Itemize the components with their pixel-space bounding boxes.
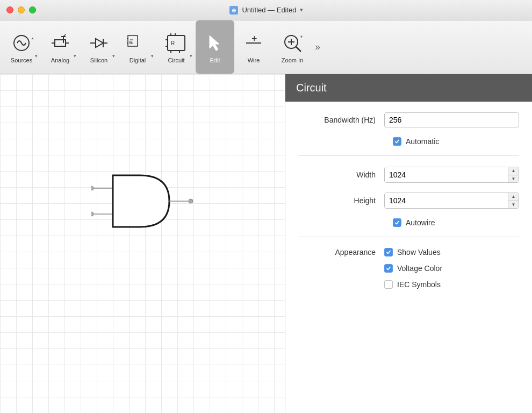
automatic-row: Automatic [298, 137, 519, 146]
circuit-label: Circuit [168, 57, 184, 63]
checkmark-icon-4 [386, 266, 391, 271]
svg-point-41 [91, 212, 94, 216]
silicon-chevron: ▾ [112, 53, 115, 59]
maximize-button[interactable] [29, 6, 36, 13]
height-increment-button[interactable]: ▲ [508, 193, 519, 201]
autowire-label: Autowire [406, 218, 435, 227]
toolbar-item-silicon[interactable]: Silicon ▾ [80, 20, 118, 74]
canvas-area[interactable] [0, 74, 285, 413]
svg-text:⊕: ⊕ [232, 8, 236, 13]
height-decrement-button[interactable]: ▼ [508, 201, 519, 209]
appearance-label: Appearance [298, 248, 384, 257]
toolbar: ∿ Sources ▾ Analog ▾ [0, 20, 532, 74]
autowire-checkbox-wrap[interactable]: Autowire [393, 218, 435, 227]
svg-text:+: + [300, 34, 303, 40]
bandwidth-label: Bandwidth (Hz) [298, 116, 384, 124]
divider-2 [298, 237, 519, 237]
width-row: Width ▲ ▼ [298, 167, 519, 183]
toolbar-item-zoomin[interactable]: + Zoom In [273, 20, 312, 74]
sources-icon: ∿ [10, 31, 33, 55]
iec-symbols-checkbox[interactable] [384, 280, 393, 289]
close-button[interactable] [6, 6, 13, 13]
voltage-color-label: Voltage Color [397, 264, 442, 273]
main-area: Circuit Bandwidth (Hz) Automatic [0, 74, 532, 413]
autowire-row: Autowire [298, 218, 519, 227]
voltage-color-checkbox[interactable] [384, 264, 393, 273]
bandwidth-input[interactable] [384, 112, 519, 127]
toolbar-item-analog[interactable]: Analog ▾ [41, 20, 80, 74]
silicon-label: Silicon [90, 57, 107, 63]
autowire-checkbox[interactable] [393, 218, 401, 227]
wire-icon: + [242, 31, 265, 55]
toolbar-more-button[interactable]: » [312, 20, 323, 74]
panel-body: Bandwidth (Hz) Automatic Width [285, 102, 532, 413]
and-gate [91, 160, 199, 248]
automatic-checkbox-wrap[interactable]: Automatic [393, 137, 439, 146]
iec-symbols-row: IEC Symbols [298, 280, 519, 289]
show-values-label: Show Values [397, 248, 441, 257]
iec-symbols-label: IEC Symbols [397, 280, 441, 289]
show-values-checkbox-wrap[interactable]: Show Values [384, 248, 441, 257]
silicon-icon [87, 31, 111, 55]
sources-label: Sources [11, 57, 32, 63]
checkmark-icon-2 [394, 220, 400, 225]
window-title: ⊕ Untitled — Edited ▾ [229, 5, 303, 15]
bandwidth-row: Bandwidth (Hz) [298, 112, 519, 127]
wire-label: Wire [248, 57, 260, 63]
toolbar-item-wire[interactable]: + Wire [234, 20, 273, 74]
traffic-lights [6, 6, 36, 13]
height-input[interactable] [385, 193, 508, 208]
voltage-color-checkbox-wrap[interactable]: Voltage Color [384, 264, 442, 273]
analog-label: Analog [51, 57, 69, 63]
show-values-checkbox[interactable] [384, 248, 393, 257]
height-spinner-buttons: ▲ ▼ [508, 193, 519, 208]
right-panel: Circuit Bandwidth (Hz) Automatic [285, 74, 532, 413]
toolbar-item-circuit[interactable]: R Circuit ▾ [157, 20, 196, 74]
svg-marker-11 [96, 39, 103, 47]
digital-chevron: ▾ [151, 53, 154, 59]
svg-marker-29 [210, 35, 219, 51]
automatic-label: Automatic [406, 137, 439, 146]
zoomin-icon: + [281, 31, 304, 55]
checkmark-icon-3 [386, 250, 391, 255]
width-spinner-buttons: ▲ ▼ [508, 167, 519, 182]
toolbar-item-sources[interactable]: ∿ Sources ▾ [2, 20, 41, 74]
width-decrement-button[interactable]: ▼ [508, 175, 519, 183]
app-icon: ⊕ [229, 5, 239, 15]
width-increment-button[interactable]: ▲ [508, 167, 519, 175]
circuit-icon-toolbar: R [164, 31, 188, 55]
automatic-checkbox[interactable] [393, 137, 401, 146]
minimize-button[interactable] [18, 6, 25, 13]
width-spinner: ▲ ▼ [384, 167, 519, 183]
edit-icon [203, 31, 227, 55]
svg-line-33 [296, 47, 301, 52]
toolbar-item-edit[interactable]: Edit [196, 20, 234, 74]
sources-chevron: ▾ [35, 53, 38, 59]
digital-label: Digital [130, 57, 146, 63]
svg-text:+: + [251, 33, 257, 44]
width-label: Width [298, 170, 384, 179]
divider-1 [298, 155, 519, 156]
show-values-row: Appearance Show Values [298, 248, 519, 257]
toolbar-item-digital[interactable]: R Digital ▾ [118, 20, 157, 74]
analog-chevron: ▾ [74, 53, 76, 59]
height-spinner: ▲ ▼ [384, 193, 519, 209]
digital-icon: R [126, 31, 149, 55]
svg-rect-21 [168, 35, 185, 51]
svg-text:R: R [129, 40, 132, 45]
svg-text:∿: ∿ [31, 37, 33, 42]
height-label: Height [298, 196, 384, 205]
svg-point-42 [189, 199, 193, 203]
circuit-chevron: ▾ [190, 53, 192, 59]
voltage-color-row: Voltage Color [298, 264, 519, 273]
analog-icon [48, 31, 72, 55]
panel-header: Circuit [285, 74, 532, 102]
title-bar: ⊕ Untitled — Edited ▾ [0, 0, 532, 20]
iec-symbols-checkbox-wrap[interactable]: IEC Symbols [384, 280, 441, 289]
svg-text:R: R [171, 40, 175, 46]
checkmark-icon [394, 139, 400, 144]
zoomin-label: Zoom In [282, 57, 303, 63]
edit-label: Edit [210, 57, 220, 63]
width-input[interactable] [385, 167, 508, 182]
height-row: Height ▲ ▼ [298, 193, 519, 209]
